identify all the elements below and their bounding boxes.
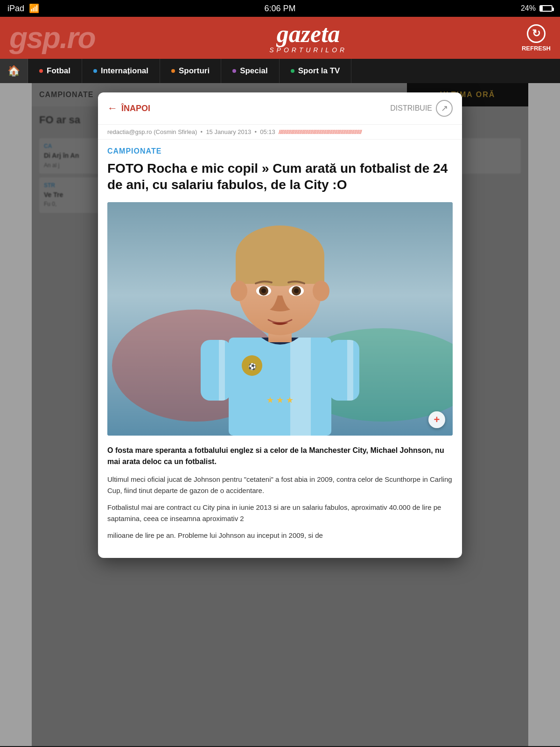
svg-rect-3 <box>229 338 331 436</box>
nav-home-button[interactable]: 🏠 <box>0 59 28 83</box>
nav-sport-la-tv-label: Sport la TV <box>298 66 340 76</box>
meta-slashes: ////////////////////////////////////////… <box>279 128 362 135</box>
svg-point-14 <box>261 289 266 293</box>
article-category: CAMPIONATE <box>107 147 453 155</box>
sporturilor-subtitle: sporturilor <box>269 46 347 54</box>
site-header: gsp.ro gazeta sporturilor ↻ REFRESH <box>0 17 560 59</box>
article-body-container: CAMPIONATE FOTO Rocha e mic copil » Cum … <box>98 140 462 558</box>
distribuie-icon: ↗ <box>436 100 453 117</box>
device-label: iPad <box>7 4 24 14</box>
article-lead: O fosta mare speranta a fotbalului engle… <box>107 445 453 467</box>
article-modal: ← ÎNAPOI DISTRIBUIE ↗ redactia@gsp.ro (C… <box>98 92 462 558</box>
svg-rect-9 <box>236 256 324 284</box>
nav-international[interactable]: Internațional <box>82 59 160 83</box>
article-paragraph-2: Fotbalistul mai are contract cu City pin… <box>107 502 453 524</box>
status-left: iPad 📶 <box>7 3 39 14</box>
back-arrow-icon: ← <box>107 102 118 114</box>
svg-point-17 <box>294 289 299 293</box>
nav-sporturi-label: Sporturi <box>179 66 210 76</box>
sidebar-left <box>0 83 32 746</box>
article-title: FOTO Rocha e mic copil » Cum arată un fo… <box>107 160 453 193</box>
meta-date: 15 January 2013 <box>206 128 251 135</box>
back-button[interactable]: ← ÎNAPOI <box>107 102 150 114</box>
battery-percent: 24% <box>521 4 536 13</box>
svg-text:★ ★ ★: ★ ★ ★ <box>266 395 294 405</box>
svg-point-11 <box>313 281 329 301</box>
nav-fotbal[interactable]: Fotbal <box>28 59 82 83</box>
meta-author: redactia@gsp.ro (Cosmin Sfirlea) <box>107 128 197 135</box>
modal-top-bar: ← ÎNAPOI DISTRIBUIE ↗ <box>98 92 462 125</box>
nav-bar: 🏠 Fotbal Internațional Sporturi Special … <box>0 59 560 83</box>
main-feed: CAMPIONATE ULTIMA ORĂ FO ar sa CA Di Arj… <box>32 83 528 746</box>
svg-point-10 <box>231 281 247 301</box>
nav-international-label: Internațional <box>101 66 148 76</box>
distribuie-label: DISTRIBUIE <box>390 104 432 113</box>
header-logo-area: gsp.ro <box>9 23 95 53</box>
gazeta-title: gazeta <box>269 22 347 46</box>
gsp-logo: gsp.ro <box>9 23 95 53</box>
wifi-icon: 📶 <box>29 3 39 14</box>
refresh-label: REFRESH <box>522 45 551 52</box>
content-area: CAMPIONATE ULTIMA ORĂ FO ar sa CA Di Arj… <box>0 83 560 746</box>
article-image-container: ★ ★ ★ ⚽ + <box>107 202 453 436</box>
home-icon: 🏠 <box>7 65 20 77</box>
article-meta: redactia@gsp.ro (Cosmin Sfirlea) • 15 Ja… <box>98 125 462 140</box>
meta-time: 05:13 <box>260 128 275 135</box>
status-bar: iPad 📶 6:06 PM 24% <box>0 0 560 17</box>
nav-special-label: Special <box>240 66 268 76</box>
svg-rect-5 <box>329 340 359 401</box>
nav-items: Fotbal Internațional Sporturi Special Sp… <box>28 59 351 83</box>
status-right: 24% <box>521 4 553 13</box>
svg-text:⚽: ⚽ <box>248 363 257 371</box>
svg-rect-4 <box>201 340 231 401</box>
nav-special[interactable]: Special <box>221 59 280 83</box>
article-image: ★ ★ ★ ⚽ + <box>107 202 453 436</box>
international-dot <box>93 69 97 73</box>
refresh-icon: ↻ <box>527 24 546 43</box>
article-body: Ultimul meci oficial jucat de Johnson pe… <box>107 474 453 541</box>
gazeta-logo: gazeta sporturilor <box>269 22 347 54</box>
back-label: ÎNAPOI <box>121 104 150 113</box>
article-paragraph-3: milioane de lire pe an. Probleme lui Joh… <box>107 530 453 541</box>
distribuie-button[interactable]: DISTRIBUIE ↗ <box>390 100 453 117</box>
modal-overlay: ← ÎNAPOI DISTRIBUIE ↗ redactia@gsp.ro (C… <box>32 83 528 746</box>
fotbal-dot <box>39 69 43 73</box>
sidebar-right <box>528 83 560 746</box>
battery-icon <box>539 5 553 12</box>
nav-sport-la-tv[interactable]: Sport la TV <box>280 59 352 83</box>
sporturi-dot <box>171 69 175 73</box>
refresh-button[interactable]: ↻ REFRESH <box>522 24 551 52</box>
nav-fotbal-label: Fotbal <box>47 66 70 76</box>
zoom-button[interactable]: + <box>428 411 445 428</box>
nav-sporturi[interactable]: Sporturi <box>160 59 221 83</box>
special-dot <box>232 69 236 73</box>
sport-la-tv-dot <box>291 69 294 73</box>
article-paragraph-1: Ultimul meci oficial jucat de Johnson pe… <box>107 474 453 496</box>
time-display: 6:06 PM <box>264 4 295 14</box>
